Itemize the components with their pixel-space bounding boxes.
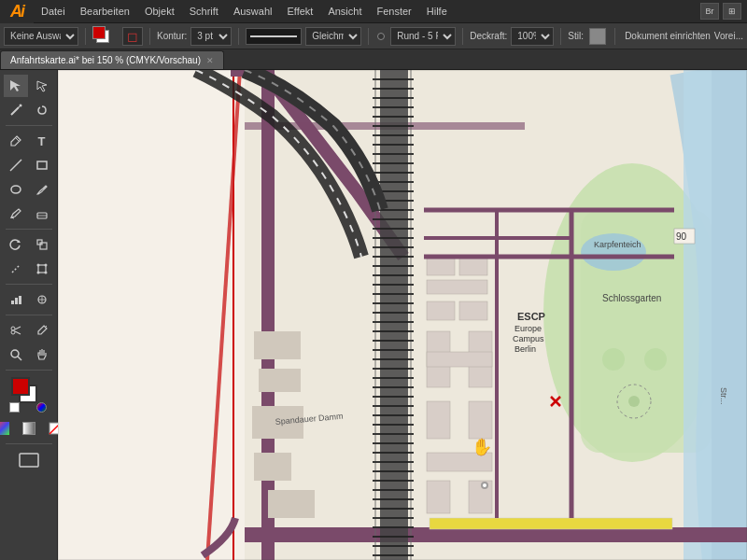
svg-line-0 (11, 107, 19, 115)
warp-tool-row (3, 257, 55, 281)
svg-point-18 (36, 272, 39, 274)
scissor-tool-row (3, 318, 55, 343)
svg-point-15 (36, 264, 39, 267)
menu-fenster[interactable]: Fenster (369, 0, 418, 23)
svg-rect-45 (261, 70, 275, 560)
lasso-tool[interactable] (30, 99, 54, 121)
canvas-area[interactable]: 90 Spandauer Damm ESCP Europe Campus Ber… (58, 70, 747, 560)
menu-datei[interactable]: Datei (34, 0, 73, 23)
fill-indicator (92, 26, 106, 39)
fill-color-swatch[interactable] (11, 377, 30, 396)
svg-point-42 (581, 233, 646, 271)
free-transform-tool[interactable] (30, 258, 54, 280)
menu-objekt[interactable]: Objekt (137, 0, 182, 23)
svg-rect-101 (254, 331, 301, 359)
direct-select-tool[interactable] (30, 75, 54, 97)
hand-tool[interactable] (30, 343, 54, 366)
svg-text:Karpfenteich: Karpfenteich (594, 240, 641, 249)
svg-line-28 (15, 331, 21, 334)
tab-close-btn[interactable]: ✕ (206, 56, 214, 65)
menu-bearbeiten[interactable]: Bearbeiten (73, 0, 137, 23)
svg-point-30 (11, 350, 19, 357)
opacity-select[interactable]: 100% (511, 27, 554, 46)
document-tab[interactable]: Anfahrtskarte.ai* bei 150 % (CMYK/Vorsch… (0, 50, 224, 69)
magic-wand-tool[interactable] (4, 99, 28, 121)
sep2 (149, 28, 150, 45)
rotate-tool-row (3, 232, 55, 257)
tool-sep-3 (6, 284, 52, 285)
svg-rect-5 (37, 161, 47, 169)
svg-rect-44 (245, 527, 747, 542)
zoom-tool[interactable] (4, 343, 28, 366)
screen-mode-btn[interactable] (17, 449, 41, 471)
line-tool[interactable] (4, 154, 28, 176)
scale-tool[interactable] (30, 233, 54, 256)
stroke-style-preview[interactable] (246, 28, 302, 45)
selection-dropdown[interactable]: Keine Auswahl (4, 27, 78, 46)
svg-text:Campus: Campus (513, 334, 544, 343)
swap-colors-btn[interactable] (36, 402, 47, 413)
symbol-sprayer-tool[interactable] (30, 288, 54, 311)
ellipse-tool[interactable] (4, 178, 28, 201)
type-tool[interactable]: T (30, 130, 54, 152)
workspace-btn[interactable]: ⊞ (723, 3, 741, 20)
svg-point-17 (44, 272, 47, 274)
cap-style-select[interactable]: Rund - 5 Pt. (390, 27, 456, 46)
svg-rect-114 (427, 401, 450, 439)
svg-rect-118 (469, 481, 492, 513)
svg-text:90: 90 (676, 231, 687, 242)
sep3 (238, 28, 239, 45)
brush-tool[interactable] (30, 178, 54, 201)
default-colors-btn[interactable] (9, 402, 20, 413)
pen-tool-row: T (3, 129, 55, 153)
eraser-tool[interactable] (30, 203, 54, 225)
style-swatch (589, 28, 606, 45)
menu-schrift[interactable]: Schrift (182, 0, 226, 23)
svg-rect-21 (19, 296, 21, 304)
warp-tool[interactable] (4, 258, 28, 280)
zoom-tool-row (3, 343, 55, 367)
select-tool-row (3, 74, 55, 98)
svg-rect-107 (459, 257, 487, 275)
stroke-width-select[interactable]: 3 pt (190, 27, 232, 46)
svg-rect-110 (459, 301, 487, 320)
tab-label: Anfahrtskarte.ai* bei 150 % (CMYK/Vorsch… (10, 55, 201, 65)
doc-einrichten-btn[interactable]: Dokument einrichten (625, 31, 711, 41)
rect-tool[interactable] (30, 154, 54, 176)
svg-rect-108 (427, 280, 487, 294)
svg-rect-113 (427, 352, 492, 367)
pencil-tool[interactable] (4, 203, 28, 225)
scissor-tool[interactable] (4, 319, 28, 342)
pen-tool[interactable] (4, 130, 28, 152)
menubar: Ai Datei Bearbeiten Objekt Schrift Auswa… (0, 0, 747, 23)
svg-rect-119 (430, 518, 672, 529)
svg-point-128 (602, 348, 625, 371)
line-tool-row (3, 153, 55, 177)
svg-text:Berlin: Berlin (514, 344, 536, 354)
menu-auswahl[interactable]: Auswahl (226, 0, 280, 23)
rotate-tool[interactable] (4, 233, 28, 256)
map-canvas: 90 Spandauer Damm ESCP Europe Campus Ber… (58, 70, 747, 560)
fill-none-btn[interactable]: ◻ (122, 27, 143, 46)
bridge-btn[interactable]: Br (700, 3, 719, 20)
magic-wand-row (3, 98, 55, 122)
sep1 (85, 28, 86, 45)
svg-rect-14 (38, 265, 46, 273)
solid-color-btn[interactable] (0, 417, 15, 440)
gradient-btn[interactable] (17, 417, 41, 440)
svg-rect-117 (427, 481, 450, 513)
svg-line-31 (18, 357, 21, 360)
sep4 (368, 28, 369, 45)
stroke-style-select[interactable]: Gleichm. (305, 27, 361, 46)
eyedropper-tool[interactable] (30, 319, 54, 342)
svg-rect-102 (259, 369, 301, 392)
tabbar: Anfahrtskarte.ai* bei 150 % (CMYK/Vorsch… (0, 49, 747, 70)
select-tool[interactable] (4, 75, 28, 97)
vorei-btn[interactable]: Vorei... (714, 31, 743, 41)
svg-text:Europe: Europe (514, 324, 542, 333)
menu-hilfe[interactable]: Hilfe (419, 0, 455, 23)
menu-effekt[interactable]: Effekt (279, 0, 320, 23)
menu-ansicht[interactable]: Ansicht (320, 0, 369, 23)
graph-tool[interactable] (4, 288, 28, 311)
style-label: Stil: (568, 31, 584, 41)
